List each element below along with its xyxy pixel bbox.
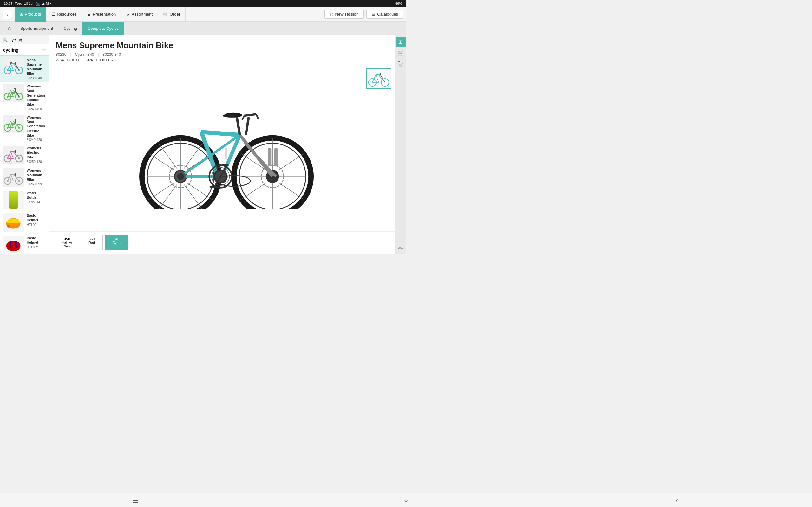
status-time: 10:07: [4, 2, 13, 5]
sidebar-item-name-4: Womens Electric Bike: [27, 146, 47, 159]
product-detail: Mens Supreme Mountain Bike 80230 | Cyan …: [49, 36, 395, 253]
sidebar-item-name-8: Basic Helmet: [27, 236, 47, 245]
status-icons: 📷 ☁ M •: [36, 2, 51, 6]
sidebar-list: Mens Supreme Mountain Bike 80230-840: [0, 56, 49, 253]
sidebar-item-thumb-8: [3, 236, 24, 253]
cart-button[interactable]: 🛒: [396, 48, 406, 58]
svg-line-49: [279, 183, 305, 200]
add-to-cart-button[interactable]: +🛒: [396, 58, 406, 68]
color-option-840[interactable]: 840 Cyan: [105, 235, 128, 250]
svg-rect-82: [268, 148, 271, 166]
tab-order[interactable]: 🛒 Order: [158, 7, 186, 21]
color-option-560[interactable]: 560 Red: [81, 235, 103, 250]
svg-point-68: [177, 173, 184, 180]
catalogues-button[interactable]: ⊟ Catalogues: [366, 9, 403, 19]
sidebar-item-thumb-6: [3, 191, 24, 209]
presentation-icon: ▲: [87, 12, 91, 16]
product-color-code: 840: [88, 52, 94, 57]
bike-thumbnail-1: [3, 59, 23, 75]
svg-rect-26: [15, 241, 17, 248]
sidebar-item-name-1: Mens Supreme Mountain Bike: [27, 58, 47, 76]
color-options: 350 Yellow New 560 Red 840 Cyan: [49, 231, 395, 253]
product-thumb-svg: [368, 70, 390, 87]
helmet-thumbnail-1: [3, 215, 23, 230]
sidebar-item-thumb-4: [3, 146, 24, 164]
svg-rect-83: [274, 148, 278, 166]
cart-icon: 🛒: [397, 50, 404, 56]
new-session-icon: ◎: [330, 12, 334, 16]
svg-rect-8: [11, 92, 15, 94]
sidebar-item-code-8: HEL002: [27, 245, 47, 249]
top-navigation: ‹ ⊞ Products ☰ Resources ▲ Presentation …: [0, 7, 406, 21]
helmet-thumbnail-2: [3, 237, 23, 253]
svg-line-77: [244, 114, 256, 116]
search-bar: 🔍 ✕ ›: [0, 36, 49, 44]
search-input[interactable]: [9, 38, 49, 42]
status-battery: 46%: [395, 2, 402, 5]
edit-button[interactable]: ✏: [396, 243, 406, 253]
breadcrumb-sports-equipment[interactable]: Sports Equipment: [15, 21, 58, 36]
products-icon: ⊞: [20, 12, 23, 16]
product-title: Mens Supreme Mountain Bike: [56, 41, 388, 50]
sidebar-item-basic-helmet-1[interactable]: Basic Helmet HEL001: [0, 211, 49, 234]
main-product-image: [130, 88, 314, 209]
tab-products-label: Products: [25, 12, 41, 16]
sidebar-item-thumb-1: [3, 58, 24, 76]
svg-line-42: [184, 184, 202, 209]
svg-rect-25: [9, 241, 11, 248]
sidebar-header: cycling ☆: [0, 44, 49, 56]
sidebar-item-name-5: Womens Mountain Bike: [27, 168, 47, 182]
svg-line-48: [279, 153, 305, 170]
breadcrumb-cycling[interactable]: Cycling: [58, 21, 83, 36]
sidebar-item-mens-supreme-mountain-bike[interactable]: Mens Supreme Mountain Bike 80230-840: [0, 56, 49, 82]
new-session-button[interactable]: ◎ New session: [324, 9, 364, 19]
product-header: Mens Supreme Mountain Bike 80230 | Cyan …: [49, 36, 395, 65]
tab-resources[interactable]: ☰ Resources: [46, 7, 82, 21]
grid-view-button[interactable]: ⊞: [396, 37, 406, 47]
tab-assortment-label: Assortment: [132, 12, 153, 16]
status-bar: 10:07 Wed, 19 Jul 📷 ☁ M • 46%: [0, 0, 406, 7]
sidebar-item-womens-electric-bike[interactable]: Womens Electric Bike 80250-120: [0, 144, 49, 166]
product-color-name: Cyan: [75, 52, 84, 57]
svg-line-34: [187, 183, 213, 200]
svg-line-76: [246, 117, 249, 135]
sidebar-item-code-6: 38727-14: [27, 201, 47, 204]
svg-line-55: [201, 132, 240, 135]
svg-line-78: [242, 116, 245, 120]
catalogues-icon: ⊟: [372, 12, 375, 16]
back-button[interactable]: ‹: [3, 9, 12, 19]
tab-assortment[interactable]: ★ Assortment: [121, 7, 158, 21]
sidebar-item-basic-helmet-2[interactable]: Basic Helmet HEL002: [0, 234, 49, 253]
sidebar-item-womens-next-gen-2[interactable]: Womens Next Generation Electric Bike 802…: [0, 113, 49, 144]
svg-rect-71: [210, 186, 217, 188]
color-option-350[interactable]: 350 Yellow New: [56, 235, 78, 250]
resources-icon: ☰: [51, 12, 55, 16]
sidebar-item-thumb-3: [3, 115, 24, 133]
sidebar-item-womens-mountain-bike[interactable]: Womens Mountain Bike 80260-099: [0, 166, 49, 189]
product-prices: WSP: £700.00 SRP: 1 400,00 €: [56, 58, 388, 62]
product-srp: SRP: 1 400,00 €: [86, 58, 113, 62]
svg-line-43: [159, 184, 177, 209]
breadcrumb-complete-cycles[interactable]: Complete Cycles: [83, 21, 124, 36]
svg-line-37: [148, 153, 174, 170]
sidebar-favorite-button[interactable]: ☆: [42, 47, 46, 53]
bike-thumbnail-5: [3, 170, 23, 185]
add-icon: +🛒: [398, 60, 403, 67]
tab-resources-label: Resources: [57, 12, 77, 16]
zoom-icon[interactable]: ⊕: [388, 84, 390, 88]
svg-rect-72: [221, 164, 229, 166]
tab-presentation[interactable]: ▲ Presentation: [82, 7, 121, 21]
product-meta: 80230 | Cyan 840 | 80230-840: [56, 52, 388, 57]
tab-order-label: Order: [170, 12, 180, 16]
sidebar-item-womens-next-gen-1[interactable]: Womens Next Generation Electric Bike 802…: [0, 82, 49, 113]
tab-products[interactable]: ⊞ Products: [14, 7, 46, 21]
product-full-code: 80230-840: [103, 52, 121, 57]
breadcrumb-home[interactable]: ⌂: [4, 21, 15, 36]
sidebar-item-water-bottle[interactable]: Water Bottle 38727-14: [0, 189, 49, 211]
product-image-area: ⊕: [49, 65, 395, 231]
tab-presentation-label: Presentation: [93, 12, 116, 16]
right-toolbar: ⊞ 🛒 +🛒 ✏: [395, 36, 406, 253]
search-icon: 🔍: [3, 38, 8, 42]
product-id: 80230: [56, 52, 66, 57]
svg-line-73: [237, 117, 240, 135]
